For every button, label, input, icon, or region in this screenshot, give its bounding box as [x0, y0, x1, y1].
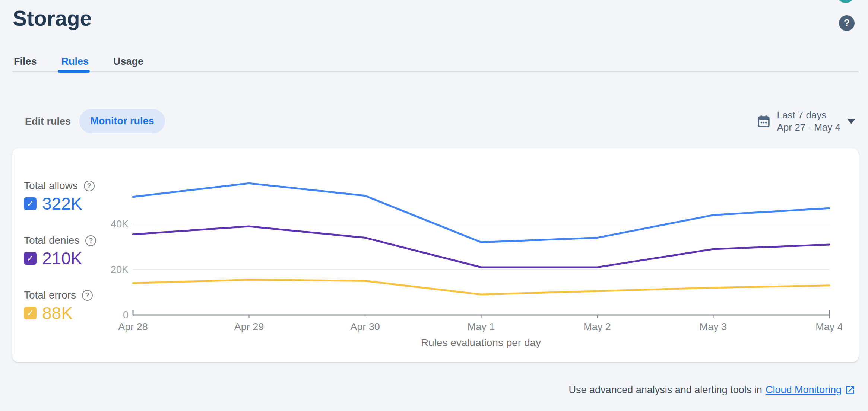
tab-bar: Files Rules Usage: [14, 56, 143, 67]
svg-text:May 2: May 2: [583, 321, 611, 332]
date-range-selector[interactable]: Last 7 days Apr 27 - May 4: [757, 109, 855, 134]
date-range-dates: Apr 27 - May 4: [777, 121, 840, 134]
tab-files[interactable]: Files: [14, 56, 37, 67]
series-checkbox-errors[interactable]: [24, 307, 37, 319]
account-avatar[interactable]: [837, 0, 855, 3]
svg-text:40K: 40K: [111, 219, 129, 230]
calendar-icon: [757, 114, 771, 129]
svg-text:Apr 28: Apr 28: [118, 321, 148, 332]
series-checkbox-allows[interactable]: [24, 197, 37, 210]
svg-text:0: 0: [123, 309, 129, 321]
svg-text:May 3: May 3: [700, 321, 727, 332]
chart-title: Rules evaluations per day: [369, 337, 593, 349]
cloud-monitoring-link[interactable]: Cloud Monitoring: [766, 384, 842, 396]
series-checkbox-denies[interactable]: [24, 252, 37, 265]
tab-usage[interactable]: Usage: [113, 56, 143, 67]
dropdown-arrow-icon: [847, 119, 855, 124]
external-link-icon: [845, 385, 855, 395]
help-icon[interactable]: ?: [839, 15, 855, 31]
footer-text: Use advanced analysis and alerting tools…: [569, 384, 762, 396]
legend-value: 322K: [42, 195, 82, 213]
legend-label: Total denies: [24, 235, 79, 246]
active-tab-indicator: [58, 70, 90, 73]
date-range-preset: Last 7 days: [777, 109, 840, 121]
svg-text:May 4: May 4: [815, 321, 842, 332]
rules-monitor-card: Total allows 322K Total denies 210K: [12, 148, 859, 362]
svg-text:Apr 29: Apr 29: [234, 321, 264, 332]
date-range-text: Last 7 days Apr 27 - May 4: [777, 109, 840, 134]
svg-text:20K: 20K: [111, 264, 129, 275]
legend-label: Total allows: [24, 180, 78, 192]
footer-note: Use advanced analysis and alerting tools…: [569, 384, 855, 396]
storage-page: Storage ? Files Rules Usage Edit rules M…: [0, 0, 868, 411]
legend-value: 210K: [42, 249, 82, 267]
edit-rules-button[interactable]: Edit rules: [25, 116, 71, 127]
legend-value: 88K: [42, 304, 73, 322]
svg-text:Apr 30: Apr 30: [350, 321, 380, 332]
legend-label: Total errors: [24, 289, 76, 301]
svg-text:May 1: May 1: [468, 321, 495, 332]
page-title: Storage: [13, 6, 92, 31]
rules-evaluations-chart: 020K40KApr 28Apr 29Apr 30May 1May 2May 3…: [89, 168, 842, 335]
monitor-rules-button[interactable]: Monitor rules: [79, 109, 165, 133]
monitor-rules-label: Monitor rules: [90, 115, 154, 127]
tab-rules[interactable]: Rules: [61, 56, 89, 67]
tab-divider: [12, 71, 859, 72]
